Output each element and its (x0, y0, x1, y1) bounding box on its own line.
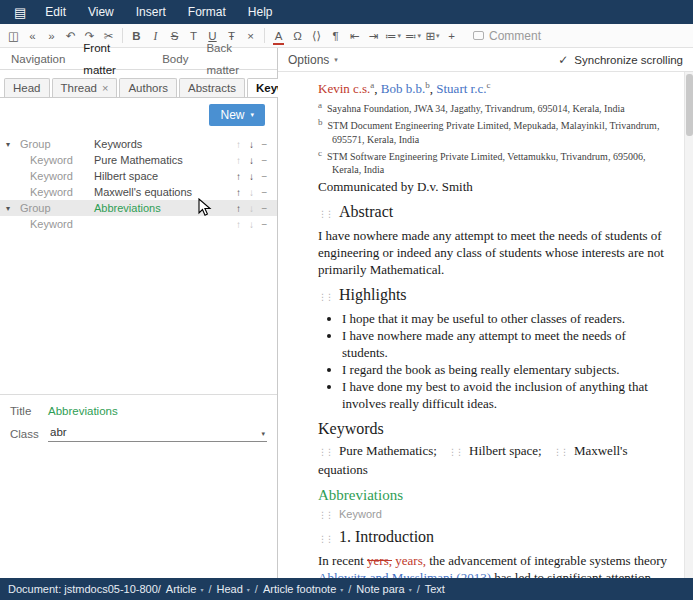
authors-line[interactable]: Kevin c.s.a, Bob b.b.b, Stuart r.c.c (318, 80, 670, 96)
options-button[interactable]: Options ▾ (288, 53, 338, 67)
move-up-icon[interactable]: ↑ (232, 171, 245, 182)
highlight-item[interactable]: I regard the book as being really elemen… (342, 361, 670, 378)
remove-icon[interactable]: − (258, 171, 271, 182)
move-down-icon[interactable]: ↓ (245, 219, 258, 230)
tab-body[interactable]: Body (153, 48, 197, 70)
document-content[interactable]: Kevin c.s.a, Bob b.b.b, Stuart r.c.c aSa… (318, 80, 670, 578)
move-down-icon[interactable]: ↓ (245, 203, 258, 214)
tree-row-keyword-hilbert-space[interactable]: Keyword Hilbert space ↑ ↓ − (0, 168, 277, 184)
drag-handle-icon[interactable]: ⋮⋮ (318, 209, 332, 219)
breadcrumb-document[interactable]: Document: jstmdocs05-10-800/ (8, 583, 161, 595)
breadcrumb-note-para[interactable]: Note para▾ (356, 583, 411, 595)
highlight-item[interactable]: I have done my best to avoid the inclusi… (342, 378, 670, 412)
abstract-paragraph[interactable]: I have nowhere made any attempt to meet … (318, 227, 670, 278)
anchor-icon[interactable]: + (442, 26, 461, 46)
deleted-text[interactable]: yers, (367, 553, 392, 568)
indent-increase-icon[interactable]: ⇥ (364, 26, 383, 46)
highlights-heading[interactable]: ⋮⋮Highlights (318, 286, 670, 306)
author-name[interactable]: Bob b.b. (381, 81, 425, 96)
tree-row-keyword-maxwells-equations[interactable]: Keyword Maxwell's equations ↑ ↓ − (0, 184, 277, 200)
keyword-item[interactable]: Hilbert space; (469, 443, 542, 458)
comment-button[interactable]: Comment (473, 29, 541, 43)
bullet-list-icon[interactable]: ≔▾ (383, 26, 403, 46)
drag-handle-icon[interactable]: ⋮⋮ (318, 510, 332, 520)
affiliation-footnote[interactable]: aSayahna Foundation, JWA 34, Jagathy, Tr… (318, 99, 670, 115)
scrollbar-thumb[interactable] (686, 74, 693, 136)
inline-markup-icon[interactable]: ⟨⟩ (307, 26, 326, 46)
expand-triangle-icon[interactable]: ▾ (6, 140, 20, 149)
breadcrumb-article-footnote[interactable]: Article footnote▾ (263, 583, 343, 595)
drag-handle-icon[interactable]: ⋮⋮ (318, 447, 332, 457)
new-button[interactable]: New ▾ (209, 104, 265, 126)
paragraph-icon[interactable]: ¶ (326, 26, 345, 46)
menu-help[interactable]: Help (237, 0, 284, 24)
tab-authors[interactable]: Authors (119, 78, 177, 97)
vertical-scrollbar[interactable] (684, 72, 693, 578)
tree-row-group-keywords[interactable]: ▾ Group Keywords ↑ ↓ − (0, 136, 277, 152)
move-down-icon[interactable]: ↓ (245, 187, 258, 198)
move-up-icon[interactable]: ↑ (232, 203, 245, 214)
breadcrumb-text[interactable]: Text (425, 583, 445, 595)
menu-view[interactable]: View (77, 0, 125, 24)
title-value[interactable]: Abbreviations (48, 405, 118, 417)
move-down-icon[interactable]: ↓ (245, 155, 258, 166)
drag-handle-icon[interactable]: ⋮⋮ (318, 534, 332, 544)
go-next-icon[interactable]: » (42, 26, 61, 46)
tab-head[interactable]: Head (4, 78, 50, 97)
keyword-item[interactable]: Pure Mathematics; (339, 443, 437, 458)
breadcrumb-article[interactable]: Article▾ (166, 583, 204, 595)
abbreviations-heading[interactable]: Abbreviations (318, 486, 670, 504)
tab-abstracts[interactable]: Abstracts (179, 78, 245, 97)
citation-link[interactable]: Ablowitz and Musslimani (2013) (318, 570, 491, 578)
move-down-icon[interactable]: ↓ (245, 171, 258, 182)
tree-row-group-abbreviations[interactable]: ▾ Group Abbreviations ↑ ↓ − (0, 200, 277, 216)
remove-icon[interactable]: − (258, 203, 271, 214)
remove-icon[interactable]: − (258, 139, 271, 150)
menu-insert[interactable]: Insert (125, 0, 177, 24)
tab-thread[interactable]: Thread× (52, 78, 118, 97)
keywords-heading[interactable]: Keywords (318, 420, 670, 438)
strikethrough-icon[interactable]: S (165, 26, 184, 46)
drag-handle-icon[interactable]: ⋮⋮ (553, 447, 567, 457)
font-color-icon[interactable]: A (269, 26, 288, 46)
class-select[interactable]: abr ▾ (48, 425, 267, 442)
abbreviation-placeholder[interactable]: ⋮⋮Keyword (318, 508, 670, 520)
go-previous-icon[interactable]: « (23, 26, 42, 46)
document-canvas[interactable]: Kevin c.s.a, Bob b.b.b, Stuart r.c.c aSa… (278, 72, 693, 578)
table-icon[interactable]: ⊞▾ (423, 26, 442, 46)
menu-format[interactable]: Format (177, 0, 237, 24)
synchronize-scrolling-checkbox[interactable]: ✓ Synchronize scrolling (558, 53, 683, 67)
highlight-item[interactable]: I hope that it may be useful to other cl… (342, 310, 670, 327)
menu-edit[interactable]: Edit (34, 0, 77, 24)
affiliation-footnote[interactable]: cSTM Software Engineering Private Limite… (318, 147, 670, 176)
move-down-icon[interactable]: ↓ (245, 139, 258, 150)
introduction-paragraph[interactable]: In recent yers, years, the advancement o… (318, 552, 670, 578)
remove-icon[interactable]: − (258, 187, 271, 198)
introduction-heading[interactable]: ⋮⋮1. Introduction (318, 528, 670, 548)
close-icon[interactable]: × (102, 82, 108, 94)
tree-row-keyword-pure-mathematics[interactable]: Keyword Pure Mathematics ↑ ↓ − (0, 152, 277, 168)
communicated-line[interactable]: Communicated by D.v. Smith (318, 179, 670, 195)
remove-icon[interactable]: − (258, 219, 271, 230)
tree-row-keyword-empty[interactable]: Keyword ↑ ↓ − (0, 216, 277, 232)
abstract-heading[interactable]: ⋮⋮Abstract (318, 203, 670, 223)
move-up-icon[interactable]: ↑ (232, 219, 245, 230)
move-up-icon[interactable]: ↑ (232, 139, 245, 150)
author-name[interactable]: Stuart r.c. (436, 81, 486, 96)
remove-icon[interactable]: − (258, 155, 271, 166)
move-up-icon[interactable]: ↑ (232, 187, 245, 198)
drag-handle-icon[interactable]: ⋮⋮ (448, 447, 462, 457)
special-character-icon[interactable]: Ω (288, 26, 307, 46)
breadcrumb-head[interactable]: Head▾ (217, 583, 250, 595)
numbered-list-icon[interactable]: ≕▾ (403, 26, 423, 46)
indent-decrease-icon[interactable]: ⇤ (345, 26, 364, 46)
tab-navigation[interactable]: Navigation (2, 48, 74, 70)
panel-layout-icon[interactable]: ◫ (4, 26, 23, 46)
drag-handle-icon[interactable]: ⋮⋮ (318, 292, 332, 302)
move-up-icon[interactable]: ↑ (232, 155, 245, 166)
app-menu-icon[interactable]: ▤ (6, 5, 34, 20)
author-name[interactable]: Kevin c.s. (318, 81, 370, 96)
highlight-item[interactable]: I have nowhere made any attempt to meet … (342, 327, 670, 361)
affiliation-footnote[interactable]: bSTM Document Engineering Private Limite… (318, 116, 670, 145)
inserted-text[interactable]: years, (395, 553, 426, 568)
